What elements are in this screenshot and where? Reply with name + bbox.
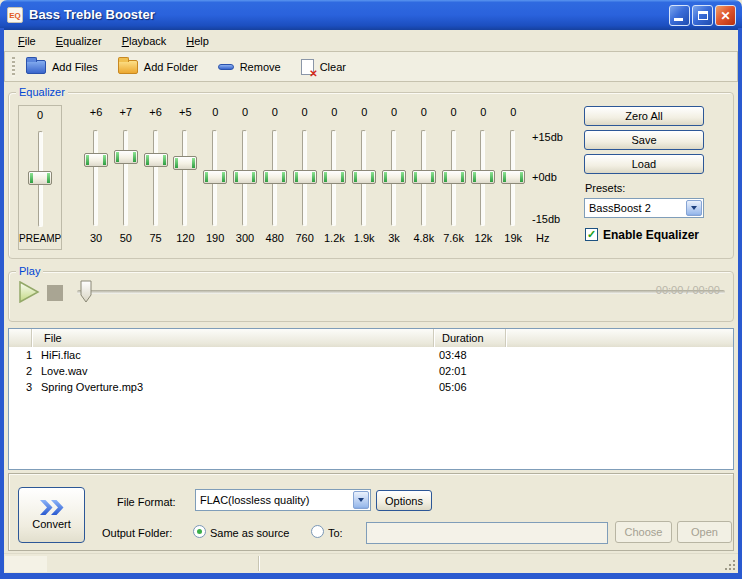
- add-files-button[interactable]: Add Files: [20, 57, 104, 77]
- eq-band-760: 0760: [291, 106, 319, 248]
- zero-all-button[interactable]: Zero All: [584, 106, 704, 126]
- band-slider-thumb[interactable]: [293, 170, 317, 184]
- remove-button[interactable]: Remove: [212, 58, 287, 76]
- file-list[interactable]: File Duration 1HiFi.flac03:482Love.wav02…: [8, 328, 734, 470]
- save-button[interactable]: Save: [584, 130, 704, 150]
- chevron-down-icon[interactable]: [353, 491, 369, 509]
- eq-band-7.6k: 07.6k: [440, 106, 468, 248]
- open-button[interactable]: Open: [677, 521, 732, 543]
- column-duration[interactable]: Duration: [434, 329, 506, 347]
- add-folder-button[interactable]: Add Folder: [112, 57, 204, 77]
- band-slider-thumb[interactable]: [233, 170, 257, 184]
- eq-band-4.8k: 04.8k: [410, 106, 438, 248]
- play-button[interactable]: [18, 281, 40, 303]
- band-slider-thumb[interactable]: [114, 150, 138, 164]
- band-slider-track[interactable]: [93, 130, 98, 226]
- band-slider-track[interactable]: [153, 130, 158, 226]
- output-to-input[interactable]: [366, 522, 608, 544]
- hz-unit-label: Hz: [536, 232, 549, 244]
- band-slider-thumb[interactable]: [322, 170, 346, 184]
- output-to-label: To:: [328, 527, 343, 539]
- menu-item-playback[interactable]: Playback: [114, 32, 175, 50]
- band-slider-track[interactable]: [123, 130, 128, 226]
- convert-button[interactable]: Convert: [18, 487, 85, 543]
- same-as-source-label: Same as source: [210, 527, 289, 539]
- close-button[interactable]: ✕: [715, 5, 736, 26]
- statusbar-pane: [5, 556, 47, 572]
- seek-slider-thumb[interactable]: [80, 280, 93, 304]
- clear-icon: [301, 59, 314, 75]
- eq-band-1.9k: 01.9k: [350, 106, 378, 248]
- file-row-duration: 05:06: [434, 379, 506, 395]
- band-slider-track[interactable]: [182, 130, 187, 226]
- band-slider-thumb[interactable]: [471, 170, 495, 184]
- band-slider-thumb[interactable]: [144, 153, 168, 167]
- options-button[interactable]: Options: [376, 490, 432, 511]
- clear-label: Clear: [320, 61, 346, 73]
- same-as-source-radio[interactable]: [193, 525, 206, 538]
- menu-item-help[interactable]: Help: [178, 32, 217, 50]
- chevron-down-icon[interactable]: [686, 200, 702, 216]
- presets-selected-value: BassBoost 2: [589, 202, 651, 214]
- band-slider-thumb[interactable]: [84, 153, 108, 167]
- column-file[interactable]: File: [32, 329, 434, 347]
- add-folder-icon: [118, 60, 138, 74]
- file-row-duration: 03:48: [434, 347, 506, 363]
- enable-equalizer-checkbox[interactable]: ✓: [585, 228, 598, 241]
- eq-band-3k: 03k: [380, 106, 408, 248]
- scale-minus15-label: -15db: [532, 213, 560, 225]
- file-format-select[interactable]: FLAC(lossless quality): [195, 489, 371, 511]
- eq-band-75: +675: [142, 106, 170, 248]
- window-title: Bass Treble Booster: [29, 7, 155, 22]
- band-slider-thumb[interactable]: [382, 170, 406, 184]
- preamp-slider-thumb[interactable]: [28, 171, 52, 185]
- band-slider-thumb[interactable]: [501, 170, 525, 184]
- statusbar: [4, 553, 738, 573]
- eq-band-50: +750: [112, 106, 140, 248]
- maximize-icon: [698, 11, 708, 20]
- eq-band-120: +5120: [171, 106, 199, 248]
- app-icon: EQ: [7, 7, 23, 23]
- file-row[interactable]: 2Love.wav02:01: [9, 363, 733, 379]
- preamp-box: 0 PREAMP: [18, 105, 62, 250]
- file-row[interactable]: 1HiFi.flac03:48: [9, 347, 733, 363]
- band-slider-thumb[interactable]: [203, 170, 227, 184]
- app-window: EQ Bass Treble Booster ✕ FileEqualizerPl…: [0, 0, 742, 579]
- minimize-button[interactable]: [669, 5, 690, 26]
- file-list-header: File Duration: [9, 329, 733, 347]
- choose-button[interactable]: Choose: [615, 521, 672, 543]
- preamp-value: 0: [19, 109, 61, 121]
- eq-band-300: 0300: [231, 106, 259, 248]
- convert-button-label: Convert: [32, 518, 71, 530]
- file-row-name: Spring Overture.mp3: [32, 379, 434, 395]
- toolbar-grip[interactable]: [12, 57, 15, 77]
- menu-item-equalizer[interactable]: Equalizer: [48, 32, 110, 50]
- eq-band-190: 0190: [201, 106, 229, 248]
- band-slider-thumb[interactable]: [173, 156, 197, 170]
- file-row-number: 3: [9, 379, 32, 395]
- preamp-label: PREAMP: [19, 233, 61, 244]
- window-border-bottom: [0, 573, 742, 579]
- statusbar-divider: [258, 556, 259, 571]
- presets-select[interactable]: BassBoost 2: [584, 198, 704, 218]
- band-value: 0: [495, 106, 531, 118]
- column-index[interactable]: [9, 329, 32, 347]
- load-button[interactable]: Load: [584, 154, 704, 174]
- band-freq-label: 19k: [495, 232, 531, 244]
- file-row-number: 1: [9, 347, 32, 363]
- menu-item-file[interactable]: File: [10, 32, 44, 50]
- band-slider-thumb[interactable]: [412, 170, 436, 184]
- scale-plus15-label: +15db: [532, 131, 563, 143]
- file-row-name: HiFi.flac: [32, 347, 434, 363]
- band-slider-thumb[interactable]: [263, 170, 287, 184]
- output-folder-label: Output Folder:: [102, 527, 172, 539]
- band-slider-thumb[interactable]: [442, 170, 466, 184]
- band-slider-thumb[interactable]: [352, 170, 376, 184]
- stop-button[interactable]: [47, 285, 63, 301]
- maximize-button[interactable]: [692, 5, 713, 26]
- resize-grip-icon[interactable]: [723, 558, 736, 571]
- output-to-radio[interactable]: [311, 525, 324, 538]
- clear-button[interactable]: Clear: [295, 56, 352, 78]
- add-folder-label: Add Folder: [144, 61, 198, 73]
- file-row[interactable]: 3Spring Overture.mp305:06: [9, 379, 733, 395]
